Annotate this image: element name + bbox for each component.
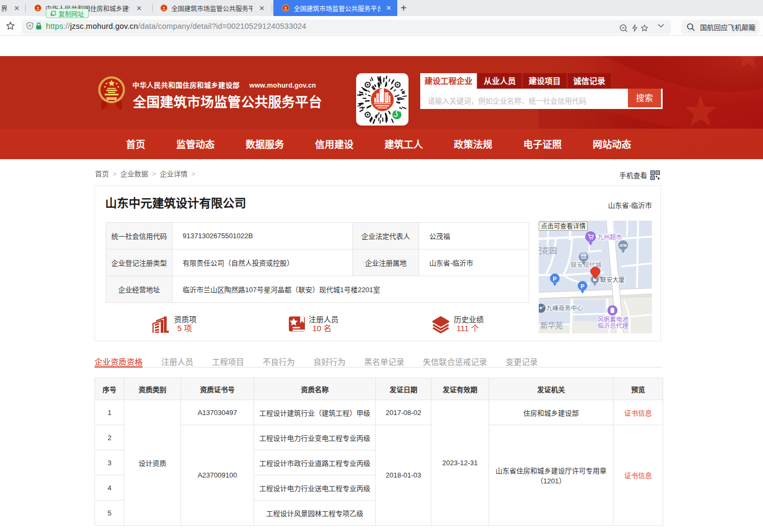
svg-text:新华苑: 新华苑 [540,321,563,330]
svg-text:联安现代城: 联安现代城 [571,261,602,268]
svg-text:临沂总代理: 临沂总代理 [597,322,628,329]
svg-text:联安大厦: 联安大厦 [600,276,625,283]
svg-text:风帆蓄电池: 风帆蓄电池 [597,316,628,323]
svg-text:P: P [553,276,556,282]
svg-text:九峰商务中心: 九峰商务中心 [546,304,583,311]
svg-text:P: P [580,283,584,290]
svg-text:纪花园: 纪花园 [539,246,557,255]
svg-text:九州超市: 九州超市 [597,233,622,240]
svg-text:ATM: ATM [619,244,627,247]
